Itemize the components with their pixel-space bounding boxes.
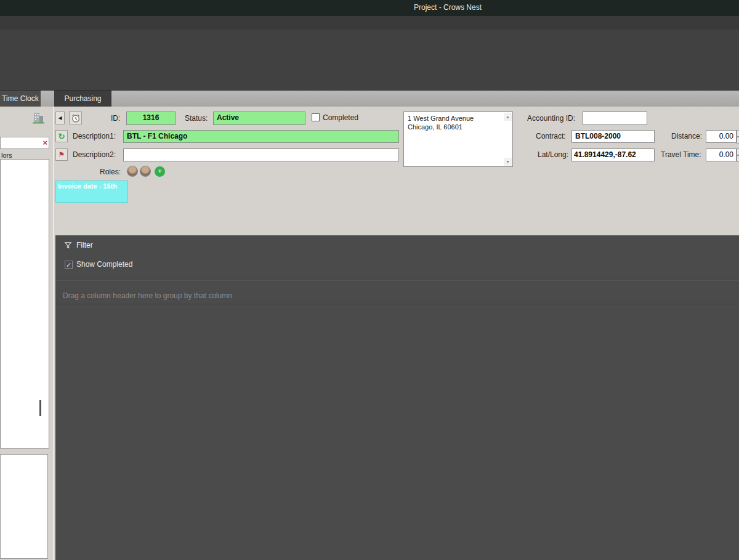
show-completed-checkbox[interactable]: ✓ Show Completed <box>65 260 132 269</box>
scroll-up-icon[interactable]: ▲ <box>504 113 512 121</box>
tab-purchasing[interactable]: Purchasing <box>54 91 111 107</box>
id-field[interactable]: 1316 <box>126 112 176 125</box>
color-list <box>0 159 49 448</box>
flag-button[interactable]: ⚑ <box>55 148 68 161</box>
description2-field[interactable] <box>123 148 399 161</box>
purchasing-panel: ◀ ID: 1316 Status: Active Completed 1 We… <box>53 107 739 560</box>
show-completed-checkbox-box[interactable]: ✓ <box>65 261 73 269</box>
sidebar-list-label: lors <box>1 152 12 159</box>
scroll-down-icon[interactable]: ▼ <box>504 158 512 166</box>
description2-label: Description2: <box>73 150 116 159</box>
filter-header[interactable]: Filter <box>64 241 93 250</box>
grid-body <box>55 317 739 560</box>
completed-checkbox-box[interactable] <box>312 113 320 121</box>
window-tab-strip: Time Clock Purchasing <box>0 91 739 107</box>
list-scrollbar-thumb[interactable] <box>39 400 41 416</box>
window-title: Project - Crows Nest <box>414 3 482 12</box>
sidebar-lower-panel <box>0 454 48 559</box>
travel-down-icon[interactable]: ▼ <box>737 155 739 162</box>
latlong-field[interactable]: 41.8914429,-87.62 <box>571 148 655 161</box>
travel-time-stepper[interactable]: 0.00 ▲▼ <box>706 148 739 162</box>
role-avatar[interactable] <box>127 166 138 177</box>
filter-funnel-icon <box>64 241 72 250</box>
address-box[interactable]: 1 West Grand Avenue Chicago, IL 60601 ▲ … <box>403 112 513 167</box>
status-label: Status: <box>185 114 208 123</box>
left-sidebar: × lors <box>0 107 53 560</box>
refresh-button[interactable]: ↻ <box>55 130 68 142</box>
roles-label: Roles: <box>100 168 121 176</box>
accounting-id-label: Accounting ID: <box>527 114 575 123</box>
travel-up-icon[interactable]: ▲ <box>737 148 739 155</box>
distance-label: Distance: <box>671 132 702 140</box>
alarm-clock-button[interactable] <box>69 112 82 124</box>
address-line1: 1 West Grand Avenue <box>408 114 503 123</box>
description1-field[interactable]: BTL - F1 Chicago <box>123 130 399 143</box>
clear-search-icon[interactable]: × <box>42 138 47 148</box>
invoice-note[interactable]: Invoice date - 15th <box>55 181 128 203</box>
detail-tab-strip <box>55 221 739 235</box>
distance-stepper[interactable]: 0.00 ▲▼ <box>706 130 739 144</box>
tab-time-clock[interactable]: Time Clock <box>0 91 41 107</box>
title-bar: Project - Crows Nest <box>0 0 739 16</box>
contract-label: Contract: <box>536 132 566 140</box>
sidebar-search-input[interactable]: × <box>0 137 49 149</box>
work-order-grid-panel: Filter ✓ Show Completed Drag a column he… <box>55 235 739 560</box>
travel-time-label: Travel Time: <box>661 150 701 159</box>
completed-checkbox[interactable]: Completed <box>312 113 358 122</box>
contract-field[interactable]: BTL008-2000 <box>571 130 655 143</box>
role-avatar[interactable] <box>140 166 151 177</box>
filter-divider <box>55 280 739 281</box>
distance-up-icon[interactable]: ▲ <box>737 130 739 137</box>
back-button[interactable]: ◀ <box>55 112 65 124</box>
description1-label: Description1: <box>73 132 116 140</box>
group-by-hint: Drag a column header here to group by th… <box>63 291 232 300</box>
distance-value[interactable]: 0.00 <box>706 130 737 143</box>
distance-down-icon[interactable]: ▼ <box>737 137 739 144</box>
travel-time-value[interactable]: 0.00 <box>706 148 737 161</box>
address-line2: Chicago, IL 60601 <box>408 123 503 131</box>
accounting-id-field[interactable] <box>583 112 647 125</box>
add-role-button[interactable]: + <box>155 166 165 177</box>
latlong-label: Lat/Long: <box>538 150 568 159</box>
building-icon[interactable] <box>31 110 46 128</box>
id-label: ID: <box>111 114 120 123</box>
menu-bar <box>0 16 739 30</box>
ribbon-toolbar <box>0 30 739 91</box>
status-field[interactable]: Active <box>213 112 305 125</box>
